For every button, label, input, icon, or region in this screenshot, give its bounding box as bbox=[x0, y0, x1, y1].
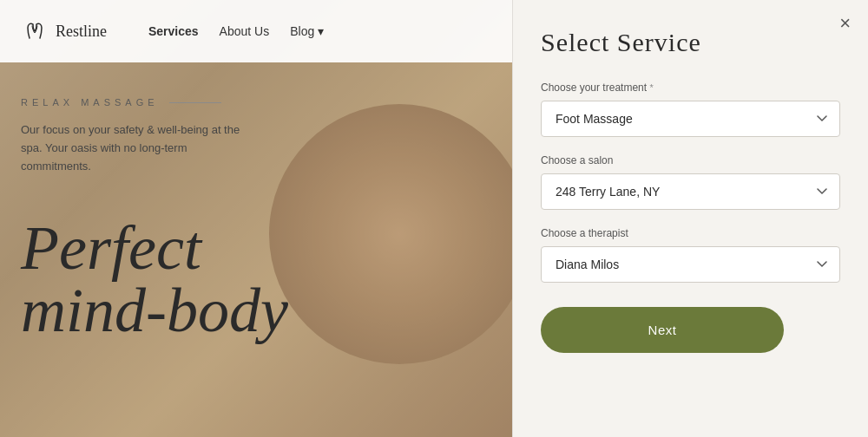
navigation: Restline Services About Us Blog ▾ bbox=[0, 0, 512, 62]
eyebrow-label: RELAX MASSAGE bbox=[21, 97, 491, 108]
logo-text: Restline bbox=[56, 23, 107, 41]
treatment-group: Choose your treatment * Foot Massage Bac… bbox=[541, 82, 840, 137]
salon-label: Choose a salon bbox=[541, 154, 840, 166]
modal-title: Select Service bbox=[541, 28, 840, 57]
background-website: Restline Services About Us Blog ▾ RELAX … bbox=[0, 0, 512, 437]
nav-blog[interactable]: Blog ▾ bbox=[290, 24, 324, 38]
nav-about[interactable]: About Us bbox=[220, 24, 270, 38]
site-description: Our focus on your safety & well-being at… bbox=[21, 121, 247, 175]
nav-services[interactable]: Services bbox=[148, 24, 199, 38]
select-service-panel: × Select Service Choose your treatment *… bbox=[512, 0, 868, 437]
salon-select[interactable]: 248 Terry Lane, NY 112 Fifth Ave, NY 88 … bbox=[541, 173, 840, 210]
therapist-select[interactable]: Diana Milos Sarah Johnson Mike Chen bbox=[541, 246, 840, 283]
hero-title-line2: mind-body bbox=[21, 279, 491, 342]
therapist-label: Choose a therapist bbox=[541, 227, 840, 239]
nav-links: Services About Us Blog ▾ bbox=[148, 24, 324, 38]
site-content: RELAX MASSAGE Our focus on your safety &… bbox=[0, 62, 512, 437]
close-button[interactable]: × bbox=[839, 14, 851, 33]
eyebrow-line bbox=[169, 102, 221, 103]
hero-title-line1: Perfect bbox=[21, 217, 491, 279]
salon-group: Choose a salon 248 Terry Lane, NY 112 Fi… bbox=[541, 154, 840, 210]
logo: Restline bbox=[21, 17, 107, 45]
treatment-select[interactable]: Foot Massage Back Massage Deep Tissue Ma… bbox=[541, 101, 840, 137]
therapist-group: Choose a therapist Diana Milos Sarah Joh… bbox=[541, 227, 840, 283]
chevron-down-icon: ▾ bbox=[318, 24, 324, 38]
next-button[interactable]: Next bbox=[541, 307, 784, 353]
hero-title: Perfect mind-body bbox=[21, 217, 491, 342]
treatment-label: Choose your treatment * bbox=[541, 82, 840, 94]
treatment-required: * bbox=[649, 82, 653, 93]
logo-icon bbox=[21, 17, 49, 45]
